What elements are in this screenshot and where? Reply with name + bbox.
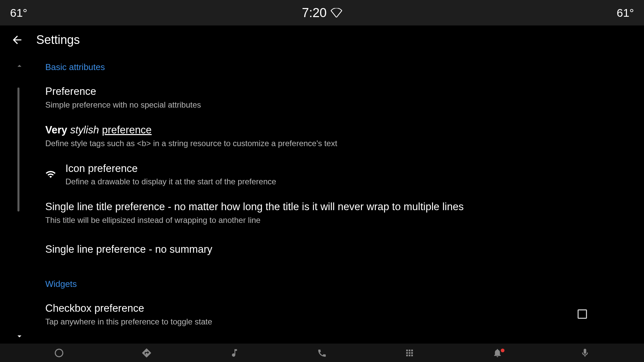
clock: 7:20 [302, 6, 327, 20]
preference-checkbox[interactable]: Checkbox preference Tap anywhere in this… [45, 294, 624, 333]
status-bar: 61° 7:20 61° [0, 0, 644, 25]
category-basic-attributes: Basic attributes [45, 54, 624, 77]
preference-title: Checkbox preference [45, 302, 578, 315]
preferences-list: Basic attributes Preference Simple prefe… [0, 54, 644, 344]
nav-home-icon[interactable] [15, 348, 103, 358]
preference-stylish[interactable]: Very stylish preference Define style tag… [45, 116, 624, 154]
status-center: 7:20 [302, 6, 342, 20]
temperature-right[interactable]: 61° [617, 6, 634, 19]
scroll-down-chevron-icon[interactable] [15, 331, 24, 341]
nav-mic-icon[interactable] [541, 348, 629, 358]
nav-bar [0, 344, 644, 362]
wifi-icon [45, 169, 65, 180]
preference-simple[interactable]: Preference Simple preference with no spe… [45, 77, 624, 116]
preference-summary: This title will be ellipsized instead of… [45, 216, 624, 225]
preference-single-line-title[interactable]: Single line title preference - no matter… [45, 192, 624, 231]
preference-title: Single line preference - no summary [45, 243, 624, 256]
category-widgets: Widgets [45, 262, 624, 294]
scroll-up-chevron-icon[interactable] [15, 61, 24, 71]
back-arrow-icon[interactable] [11, 34, 23, 46]
nav-music-icon[interactable] [191, 348, 278, 358]
preference-title: Icon preference [65, 162, 624, 175]
preference-no-summary[interactable]: Single line preference - no summary [45, 231, 624, 262]
preference-summary: Define a drawable to display it at the s… [65, 177, 624, 186]
preference-title: Very stylish preference [45, 124, 624, 137]
preference-icon[interactable]: Icon preference Define a drawable to dis… [45, 154, 624, 193]
scrollbar-thumb[interactable] [17, 87, 19, 212]
preference-title: Single line title preference - no matter… [45, 200, 624, 214]
page-title: Settings [36, 33, 80, 47]
preference-title: Preference [45, 85, 624, 98]
preference-summary: Simple preference with no special attrib… [45, 100, 624, 110]
nav-phone-icon[interactable] [278, 348, 366, 358]
temperature-left[interactable]: 61° [10, 6, 27, 19]
app-bar: Settings [0, 25, 644, 54]
nav-notifications-icon[interactable] [453, 348, 541, 358]
notification-dot-icon [501, 349, 504, 352]
wifi-outline-icon [331, 8, 342, 17]
svg-point-0 [55, 349, 63, 357]
checkbox[interactable] [578, 309, 587, 319]
nav-apps-icon[interactable] [366, 348, 453, 358]
preference-summary: Tap anywhere in this preference to toggl… [45, 317, 578, 326]
preference-summary: Define style tags such as <b> in a strin… [45, 139, 624, 148]
nav-directions-icon[interactable] [103, 348, 190, 358]
